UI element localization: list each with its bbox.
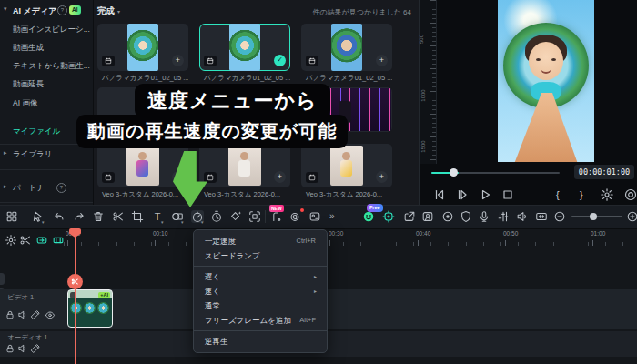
- thumbnail-panorama: [229, 24, 260, 71]
- timeline-settings-gear-icon[interactable]: [5, 234, 17, 247]
- menu-item-fast[interactable]: 速く ►: [194, 284, 327, 298]
- new-badge: NEW: [269, 205, 284, 212]
- menu-item-speed-ramp[interactable]: スピードランプ: [194, 248, 327, 263]
- screen-record-icon[interactable]: [441, 210, 454, 223]
- sidebar-item-library[interactable]: ▸ ライブラリ: [0, 148, 93, 162]
- auto-ripple-icon[interactable]: [52, 234, 65, 247]
- magic-wand-icon[interactable]: [30, 343, 41, 354]
- help-icon[interactable]: ?: [57, 5, 67, 15]
- mark-in-button[interactable]: {: [556, 187, 560, 202]
- undo-icon[interactable]: [53, 210, 66, 223]
- divider: [194, 330, 327, 331]
- mute-speaker-icon[interactable]: [17, 309, 28, 320]
- divider: [25, 210, 25, 223]
- video-track-label: ビデオ 1: [7, 293, 34, 302]
- keyframe-icon[interactable]: [229, 210, 242, 223]
- lock-icon[interactable]: [5, 309, 15, 320]
- sidebar-item-partner[interactable]: ▸ パートナー ?: [0, 182, 93, 196]
- divider: [194, 266, 327, 267]
- dropdown-caret[interactable]: ▾: [181, 219, 184, 225]
- add-to-timeline-button[interactable]: +: [274, 171, 286, 183]
- sidebar-item-text-to-video[interactable]: テキストから動画生...: [0, 60, 93, 74]
- menu-item-normal[interactable]: 通常: [194, 298, 327, 313]
- tab-completed[interactable]: 完成▾: [97, 5, 120, 17]
- menu-item-add-freeze-frame[interactable]: フリーズフレームを追加 Alt+F: [194, 313, 327, 328]
- voiceover-mic-icon[interactable]: [478, 210, 490, 223]
- ruler-ticks[interactable]: [64, 242, 637, 246]
- audio-mixer-icon[interactable]: [497, 210, 510, 223]
- sidebar-item-video-inspiration[interactable]: 動画インスピレーシ...: [0, 24, 93, 37]
- menu-item-slow[interactable]: 遅く ►: [194, 269, 327, 284]
- next-frame-button[interactable]: [455, 187, 470, 202]
- sidebar-item-video-generation[interactable]: 動画生成: [0, 42, 93, 56]
- dropdown-caret[interactable]: ▾: [42, 219, 45, 225]
- video-preview[interactable]: [498, 0, 594, 162]
- snapshot-icon[interactable]: [623, 187, 637, 202]
- preview-quality-gear-icon[interactable]: [600, 187, 614, 202]
- split-at-playhead-button[interactable]: [67, 274, 83, 289]
- media-cell: ✓ パノラマカメラ01_02_05 ...: [199, 24, 290, 83]
- ruler-label: 00:10: [153, 230, 167, 237]
- split-scissors-icon[interactable]: [112, 210, 125, 223]
- media-card[interactable]: +: [97, 24, 188, 71]
- fit-to-timeline-icon[interactable]: [535, 210, 548, 223]
- submenu-arrow-icon: ►: [313, 284, 318, 298]
- delete-icon[interactable]: [92, 210, 105, 223]
- media-card[interactable]: +: [199, 144, 290, 187]
- stop-button[interactable]: [500, 187, 515, 202]
- crop-icon[interactable]: [131, 210, 144, 223]
- previous-frame-button[interactable]: [432, 187, 447, 202]
- slider-handle[interactable]: [590, 213, 597, 220]
- auto-reframe-icon[interactable]: [248, 210, 261, 223]
- media-grid-icon[interactable]: [5, 210, 18, 223]
- lock-icon[interactable]: [5, 343, 15, 354]
- ai-assistant-smiley-icon[interactable]: [362, 210, 375, 223]
- help-icon[interactable]: ?: [56, 183, 66, 193]
- ai-copilot-tool-icon[interactable]: [288, 210, 301, 223]
- more-tools-icon[interactable]: »: [329, 210, 335, 223]
- audio-stretch-icon[interactable]: [516, 210, 529, 223]
- sidebar-item-ai-media[interactable]: ▾ AI メディア ? AI: [0, 5, 93, 18]
- menu-item-reverse-playback[interactable]: 逆再生: [194, 334, 327, 349]
- add-to-timeline-button[interactable]: +: [172, 55, 184, 66]
- thumbnail-baby: [126, 146, 159, 186]
- track-handle[interactable]: [0, 273, 5, 285]
- tooltip-line2: 動画の再生速度の変更が可能: [76, 115, 348, 148]
- calendar-icon: [306, 56, 318, 66]
- ai-audio-tool-icon[interactable]: [269, 210, 282, 223]
- media-card[interactable]: +: [301, 24, 392, 71]
- add-to-timeline-button[interactable]: +: [376, 171, 388, 183]
- progress-handle[interactable]: [450, 168, 458, 177]
- zoom-in-icon[interactable]: [626, 210, 637, 223]
- add-to-timeline-button[interactable]: +: [376, 55, 388, 66]
- dropdown-caret[interactable]: ▾: [161, 219, 164, 225]
- media-card-selected[interactable]: ✓: [199, 24, 290, 71]
- play-button[interactable]: [478, 187, 492, 202]
- menu-item-uniform-speed[interactable]: 一定速度 Ctrl+R: [194, 234, 327, 248]
- duration-timer-icon[interactable]: [210, 210, 223, 223]
- sidebar-item-ai-image[interactable]: AI 画像: [0, 97, 93, 111]
- redo-icon[interactable]: [73, 210, 86, 223]
- ai-toolbox-icon[interactable]: [308, 210, 321, 223]
- quick-split-scissors-icon[interactable]: [19, 234, 32, 247]
- mute-speaker-icon[interactable]: [17, 343, 28, 354]
- eye-icon[interactable]: [45, 309, 56, 320]
- media-card[interactable]: +: [301, 144, 392, 187]
- mark-out-button[interactable]: }: [580, 187, 583, 202]
- media-cell: + Veo 3-カスタム 2026-0...: [97, 144, 188, 199]
- timeline-zoom-slider[interactable]: [571, 216, 622, 217]
- magic-wand-icon[interactable]: [30, 309, 41, 320]
- notification-dot: [300, 208, 304, 212]
- media-item-label: Veo 3-カスタム 2026-0...: [199, 190, 290, 199]
- export-box-icon[interactable]: [403, 210, 416, 223]
- zoom-out-icon[interactable]: [553, 210, 566, 223]
- divider: [265, 210, 266, 223]
- auto-link-icon[interactable]: [35, 234, 48, 247]
- dropdown-caret[interactable]: ▾: [201, 219, 204, 225]
- sidebar-item-video-extend[interactable]: 動画延長: [0, 78, 93, 92]
- portrait-image-icon[interactable]: [421, 210, 434, 223]
- playhead[interactable]: [75, 228, 76, 364]
- media-item-label: Veo 3-カスタム 2026-0...: [97, 190, 188, 199]
- plugin-chip-icon[interactable]: [382, 210, 395, 223]
- safe-area-shield-icon[interactable]: [460, 210, 472, 223]
